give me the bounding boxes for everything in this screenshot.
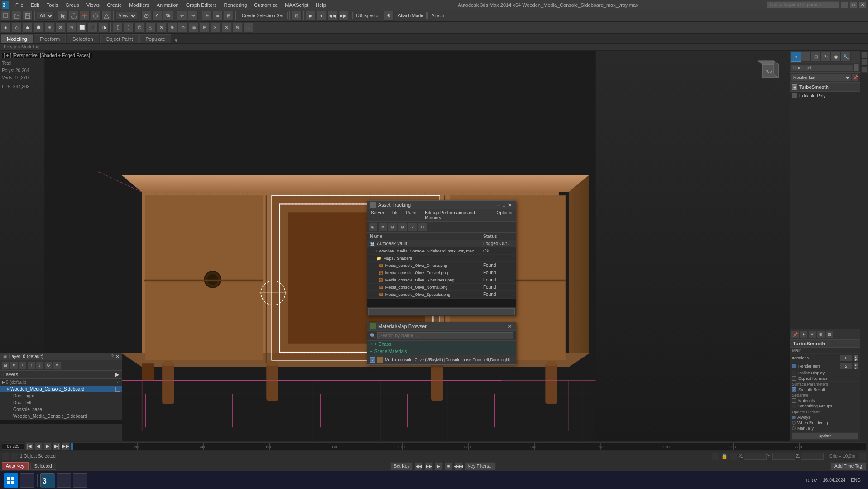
filter-dropdown[interactable]: All [37, 12, 54, 20]
named-selection-btn[interactable]: ⊡ [292, 11, 302, 21]
mat-item-olive[interactable]: ✓ Media_console_Olive (VRayMtl) [Console… [367, 355, 516, 364]
taskbar-chrome-btn[interactable] [73, 473, 87, 488]
windows-start-btn[interactable] [4, 473, 18, 488]
layer-item-console-base[interactable]: Console_base [0, 406, 122, 413]
layer-scrollbar[interactable] [0, 420, 122, 424]
redo-btn[interactable]: ↪ [188, 11, 198, 21]
timeline-play-btn[interactable]: ▶ [43, 442, 52, 450]
set-key-button[interactable]: Set Key [390, 462, 412, 470]
mirror-btn[interactable]: ⊕ [202, 11, 212, 21]
timeline-track[interactable]: 20 40 60 80 100 120 140 160 180 200 [71, 442, 866, 450]
add-time-tag-button[interactable]: Add Time Tag [830, 462, 866, 470]
anim-next-key-btn[interactable]: ▶▶ [425, 462, 433, 470]
create-selection-btn[interactable]: Create Selection Set [238, 12, 288, 19]
select-region-btn[interactable] [69, 11, 79, 21]
asset-close-btn[interactable]: ✕ [507, 203, 513, 208]
asset-menu-paths[interactable]: Paths [403, 209, 422, 221]
tb2-weld[interactable]: ⊗ [156, 23, 166, 33]
ts-always-radio[interactable] [792, 416, 796, 419]
status-snap-btn[interactable] [712, 453, 719, 460]
new-btn[interactable] [1, 11, 11, 21]
timeline-end-btn[interactable]: ▶▶ [62, 442, 70, 450]
menu-views[interactable]: Views [83, 1, 103, 9]
minimize-button[interactable]: ─ [841, 2, 848, 8]
tab-modeling[interactable]: Modeling [1, 34, 33, 43]
navigation-cube[interactable]: Top [756, 55, 785, 85]
tb2-chamfer[interactable]: △ [145, 23, 155, 33]
layer-item-console-side[interactable]: Wooden_Media_Console_Sideboard [0, 413, 122, 420]
asset-row-maps-folder[interactable]: 📁 Maps / Shaders [367, 255, 516, 262]
asset-search-input[interactable] [368, 308, 515, 315]
color-swatch[interactable] [854, 64, 859, 71]
menu-modifiers[interactable]: Modifiers [125, 1, 153, 9]
layer-help-btn[interactable]: ? [111, 354, 114, 359]
rp-tab-modify[interactable]: ✦ [791, 52, 801, 62]
undo-btn[interactable]: ↩ [177, 11, 187, 21]
search-input[interactable] [767, 1, 839, 8]
asset-tool-2[interactable]: ≡ [378, 223, 387, 232]
far-right-btn-2[interactable] [861, 59, 868, 65]
scale-btn[interactable] [101, 11, 111, 21]
tb2-cut[interactable]: ✂ [211, 23, 221, 33]
asset-row-diffuse[interactable]: 🖼 Media_console_Olive_Diffuse.png Found [367, 262, 516, 269]
ts-iterations-input[interactable] [840, 355, 853, 361]
menu-file[interactable]: File [12, 1, 27, 9]
mat-scene-section[interactable]: − Scene Materials [367, 348, 516, 355]
anim-record-btn[interactable]: ● [317, 11, 326, 21]
layer-tool-2[interactable]: ✕ [10, 361, 18, 369]
asset-row-fresnel[interactable]: 🖼 Media_console_Olive_Fresnel.png Found [367, 269, 516, 276]
layer-tool-4[interactable]: ↑ [27, 361, 35, 369]
tb2-btn7[interactable]: ⊡ [66, 23, 76, 33]
rp-tab-motion[interactable]: ↻ [821, 52, 831, 62]
select-btn[interactable] [58, 11, 68, 21]
asset-col-name[interactable]: Name [367, 233, 480, 240]
mat-close-btn[interactable]: ✕ [507, 324, 513, 329]
anim-play-all-btn[interactable]: ▶ [435, 462, 443, 470]
layer-tool-1[interactable]: ⊞ [1, 361, 10, 369]
tb2-extrude[interactable]: ⟦ [113, 23, 123, 33]
tab-object-paint[interactable]: Object Paint [100, 34, 139, 43]
stack-pin-btn[interactable]: 📌 [791, 330, 799, 339]
ts-smoothing-checkbox[interactable] [792, 404, 796, 408]
menu-group[interactable]: Group [62, 1, 83, 9]
angle-snap-btn[interactable]: A [152, 11, 162, 21]
ts-whenrender-radio[interactable] [792, 421, 796, 425]
modifier-pin-btn[interactable]: 📌 [852, 74, 859, 81]
asset-tool-help[interactable]: ? [408, 223, 417, 232]
layers-expand-btn[interactable]: ▶ [115, 372, 119, 378]
menu-tools[interactable]: Tools [43, 1, 62, 9]
tb2-inset[interactable]: ⟧ [124, 23, 134, 33]
z-coord-input[interactable] [801, 453, 824, 460]
tb2-btn9[interactable]: ⬛ [88, 23, 98, 33]
tb2-more[interactable]: … [243, 23, 253, 33]
tb2-btn5[interactable]: ⊞ [44, 23, 54, 33]
ts-materials-checkbox[interactable] [792, 398, 796, 403]
menu-graph-editors[interactable]: Graph Editors [182, 1, 221, 9]
tb2-loop[interactable]: ⊙ [178, 23, 188, 33]
key-filters-button[interactable]: Key Filters... [465, 462, 496, 470]
layer-item-default[interactable]: ▶ 0 (default) ✓ [0, 379, 122, 386]
tb2-sliceplane[interactable]: ⊖ [232, 23, 242, 33]
menu-animation[interactable]: Animation [153, 1, 182, 9]
rotate-btn[interactable] [91, 11, 101, 21]
align-btn[interactable]: ⊞ [224, 11, 234, 21]
menu-help[interactable]: Help [312, 1, 330, 9]
close-button[interactable]: ✕ [859, 2, 866, 8]
anim-prev-btn[interactable]: ◀◀ [327, 11, 337, 21]
asset-row-normal[interactable]: 🖼 Media_console_Olive_Normal.png Found [367, 284, 516, 291]
mat-chaos-section[interactable]: + + Chaos [367, 341, 516, 348]
tsinspector-btn[interactable]: TSInspector [352, 12, 383, 19]
asset-scrollbar[interactable] [367, 298, 516, 307]
layer-close-btn[interactable]: ✕ [115, 354, 119, 359]
anim-stop-btn[interactable]: ■ [445, 462, 453, 470]
layer-item-wooden[interactable]: ▶ Wooden_Media_Console_Sideboard [0, 386, 122, 392]
asset-tool-3[interactable]: ⊡ [388, 223, 397, 232]
move-btn[interactable] [80, 11, 90, 21]
asset-tool-4[interactable]: ⊟ [398, 223, 407, 232]
maximize-button[interactable]: □ [850, 2, 857, 8]
asset-col-status[interactable]: Status [480, 233, 516, 240]
tb2-btn4[interactable]: ⬟ [34, 23, 43, 33]
menu-rendering[interactable]: Rendering [221, 1, 251, 9]
tb2-btn3[interactable]: ◆ [23, 23, 33, 33]
far-right-btn-3[interactable] [861, 66, 868, 73]
